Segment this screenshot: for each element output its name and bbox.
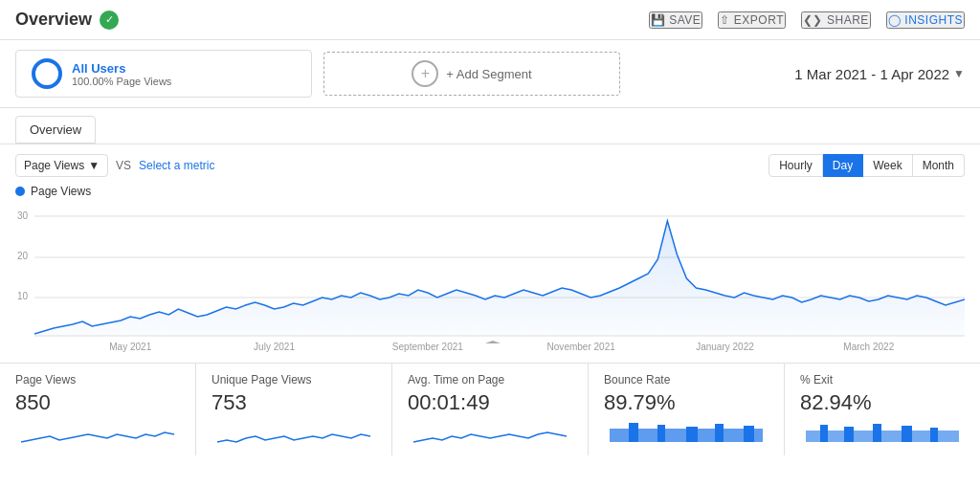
stat-value-bounce: 89.79% [604, 390, 768, 415]
save-button[interactable]: 💾 SAVE [649, 11, 703, 29]
svg-text:November 2021: November 2021 [547, 342, 616, 352]
date-range-selector[interactable]: 1 Mar 2021 - 1 Apr 2022 ▼ [794, 66, 965, 82]
chart-svg: 30 20 10 May 2021 July 2021 September 20… [15, 202, 965, 355]
share-button[interactable]: ❮❯ SHARE [801, 11, 871, 29]
stat-value-exit: 82.94% [800, 390, 965, 415]
stat-value-avg-time: 00:01:49 [408, 390, 572, 415]
status-check-icon: ✓ [100, 11, 119, 30]
svg-rect-22 [844, 427, 854, 442]
svg-rect-18 [715, 424, 724, 442]
time-btn-day[interactable]: Day [823, 154, 863, 177]
tab-overview[interactable]: Overview [15, 116, 96, 144]
svg-rect-23 [873, 424, 881, 442]
header-actions: 💾 SAVE ⇧ EXPORT ❮❯ SHARE ◯ INSIGHTS [649, 11, 965, 29]
export-button[interactable]: ⇧ EXPORT [718, 11, 786, 29]
time-btn-week[interactable]: Week [863, 154, 912, 177]
time-btn-hourly[interactable]: Hourly [768, 154, 823, 177]
stat-unique-page-views: Unique Page Views 753 [196, 364, 392, 455]
stat-page-views: Page Views 850 [0, 364, 196, 455]
add-circle-icon: + [412, 60, 438, 87]
svg-rect-15 [629, 423, 638, 442]
header: Overview ✓ 💾 SAVE ⇧ EXPORT ❮❯ SHARE ◯ IN… [0, 0, 980, 40]
date-range-label: 1 Mar 2021 - 1 Apr 2022 [794, 66, 949, 82]
stat-label-page-views: Page Views [15, 373, 180, 387]
time-btn-month[interactable]: Month [913, 154, 965, 177]
stat-label-unique: Unique Page Views [212, 373, 376, 387]
segment-info: All Users 100.00% Page Views [72, 61, 171, 87]
save-icon: 💾 [651, 13, 666, 27]
svg-text:10: 10 [17, 291, 29, 301]
metric-dropdown[interactable]: Page Views ▼ [15, 154, 108, 177]
legend-label: Page Views [31, 185, 91, 198]
stat-bounce-rate: Bounce Rate 89.79% [589, 364, 785, 455]
svg-text:March 2022: March 2022 [843, 342, 894, 352]
svg-rect-25 [930, 428, 938, 442]
chart-controls: Page Views ▼ VS Select a metric Hourly D… [15, 154, 965, 177]
legend-dot [15, 187, 25, 196]
date-caret-icon: ▼ [953, 67, 965, 80]
export-icon: ⇧ [720, 13, 730, 27]
svg-rect-17 [686, 427, 698, 442]
svg-text:January 2022: January 2022 [696, 342, 754, 352]
share-icon: ❮❯ [803, 13, 823, 27]
stat-mini-chart-avg-time [408, 419, 572, 446]
page-title: Overview [15, 10, 92, 30]
header-left: Overview ✓ [15, 10, 119, 30]
stat-mini-chart-bounce [604, 419, 768, 446]
svg-text:July 2021: July 2021 [254, 342, 295, 352]
stats-bar: Page Views 850 Unique Page Views 753 Avg… [0, 363, 980, 455]
insights-icon: ◯ [888, 13, 902, 27]
tab-bar: Overview [0, 108, 980, 144]
stat-exit: % Exit 82.94% [785, 364, 980, 455]
metric-selector: Page Views ▼ VS Select a metric [15, 154, 214, 177]
svg-rect-16 [657, 425, 665, 442]
insights-button[interactable]: ◯ INSIGHTS [886, 11, 965, 29]
stat-avg-time: Avg. Time on Page 00:01:49 [392, 364, 589, 455]
add-segment-button[interactable]: + + Add Segment [323, 52, 620, 96]
segment-all-users[interactable]: All Users 100.00% Page Views [15, 50, 312, 98]
svg-text:May 2021: May 2021 [109, 342, 151, 352]
segment-sub: 100.00% Page Views [72, 76, 171, 87]
vs-label: VS [116, 159, 131, 172]
svg-marker-13 [485, 341, 501, 343]
svg-rect-21 [820, 425, 828, 442]
segment-circle [32, 58, 62, 89]
select-metric-button[interactable]: Select a metric [139, 159, 214, 172]
svg-rect-19 [744, 426, 754, 442]
add-segment-label: + Add Segment [446, 67, 531, 81]
chart-legend: Page Views [15, 185, 965, 198]
svg-text:September 2021: September 2021 [392, 342, 463, 352]
metric-caret-icon: ▼ [88, 159, 100, 172]
stat-label-bounce: Bounce Rate [604, 373, 768, 387]
stat-mini-chart-page-views [15, 419, 180, 446]
segment-name: All Users [72, 61, 171, 76]
stat-label-exit: % Exit [800, 373, 965, 387]
svg-text:20: 20 [17, 251, 29, 261]
stat-value-page-views: 850 [15, 390, 180, 415]
stat-mini-chart-exit [800, 419, 965, 446]
metric-label: Page Views [24, 159, 84, 172]
svg-text:30: 30 [17, 210, 29, 221]
chart-section: Page Views ▼ VS Select a metric Hourly D… [0, 144, 980, 355]
time-buttons-group: Hourly Day Week Month [768, 154, 965, 177]
chart-container: 30 20 10 May 2021 July 2021 September 20… [15, 202, 965, 355]
stat-value-unique: 753 [212, 390, 376, 415]
segments-row: All Users 100.00% Page Views + + Add Seg… [0, 40, 980, 108]
stat-mini-chart-unique [212, 419, 376, 446]
stat-label-avg-time: Avg. Time on Page [408, 373, 572, 387]
svg-rect-24 [902, 426, 912, 442]
